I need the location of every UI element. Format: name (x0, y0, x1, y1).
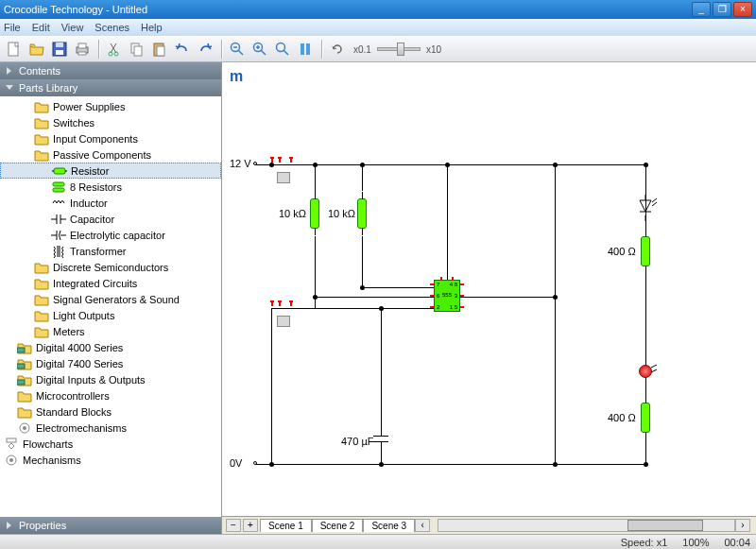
zoom-out-scene[interactable]: − (226, 519, 241, 532)
tree-item[interactable]: Meters (0, 323, 221, 339)
tree-item[interactable]: Digital 4000 Series (0, 339, 221, 355)
tree-item[interactable]: Digital Inputs & Outputs (0, 371, 221, 387)
svg-point-39 (9, 458, 13, 462)
parts-tree[interactable]: Power SuppliesSwitchesInput ComponentsPa… (0, 96, 221, 517)
tree-item[interactable]: Inductor (0, 195, 221, 211)
tree-item[interactable]: Electrolytic capacitor (0, 227, 221, 243)
wire (256, 464, 645, 465)
tree-item[interactable]: Electromechanisms (0, 420, 221, 436)
tree-item-label: Inductor (70, 197, 108, 209)
panel-properties-header[interactable]: Properties (0, 517, 221, 534)
menu-scenes[interactable]: Scenes (94, 22, 129, 33)
open-button[interactable] (26, 39, 47, 60)
node (644, 462, 648, 467)
tree-item-label: Power Supplies (53, 101, 125, 112)
menu-edit[interactable]: Edit (32, 22, 50, 33)
speed-slider-thumb[interactable] (397, 43, 404, 56)
tree-item-label: 8 Resistors (70, 181, 122, 193)
tree-item[interactable]: Flowcharts (0, 436, 221, 452)
wire (315, 297, 434, 298)
circuit-canvas[interactable]: m 12 V 0V 10 kΩ (222, 62, 756, 516)
resistor-r4[interactable] (641, 403, 650, 433)
panel-contents-header[interactable]: Contents (0, 62, 221, 79)
tree-item[interactable]: Integrated Circuits (0, 275, 221, 291)
tree-item[interactable]: Input Components (0, 130, 221, 146)
zoom-in-scene[interactable]: + (243, 519, 258, 532)
tree-item[interactable]: Digital 7400 Series (0, 355, 221, 371)
switch-1[interactable] (277, 172, 290, 183)
folder-icon (34, 277, 49, 290)
status-zoom: 100% (682, 537, 709, 548)
mech-icon (17, 421, 32, 435)
switch-1-pins (271, 157, 300, 163)
tree-item-label: Microcontrollers (36, 390, 110, 402)
tree-item[interactable]: Passive Components (0, 146, 221, 163)
zoom-tool-button[interactable] (272, 39, 293, 60)
resistor-r3[interactable] (641, 236, 650, 266)
folder-icon (34, 293, 49, 306)
led-arrows-icon (651, 365, 664, 378)
minimize-button[interactable]: _ (692, 2, 711, 17)
svg-rect-18 (54, 168, 65, 174)
inductor-icon (51, 197, 66, 210)
menu-help[interactable]: Help (141, 22, 163, 33)
scene-tab-1[interactable]: Scene 1 (260, 519, 312, 532)
menu-view[interactable]: View (61, 22, 84, 33)
node (445, 163, 450, 167)
app-logo-glyph: m (230, 68, 243, 85)
toolbar-separator (221, 40, 223, 59)
led-off[interactable] (638, 195, 661, 221)
ic-555[interactable]: 555 7 6 2 4 8 3 1 5 (434, 280, 460, 312)
menu-file[interactable]: File (4, 22, 21, 33)
save-button[interactable] (49, 39, 70, 60)
rotate-button[interactable] (327, 39, 348, 60)
wire (555, 164, 556, 464)
zoom-out-button[interactable] (227, 39, 248, 60)
scene-scroll-left[interactable]: ‹ (415, 519, 430, 532)
tree-item[interactable]: Signal Generators & Sound (0, 291, 221, 307)
close-button[interactable]: × (733, 2, 752, 17)
wire (362, 164, 363, 191)
pause-icon (298, 42, 313, 57)
tree-item-label: Electromechanisms (36, 422, 127, 434)
tree-item[interactable]: Switches (0, 114, 221, 130)
redo-button[interactable] (195, 39, 215, 60)
tree-item[interactable]: Power Supplies (0, 98, 221, 114)
tree-item[interactable]: Capacitor (0, 211, 221, 227)
scene-scroll-right[interactable]: › (735, 519, 750, 532)
folder-icon (34, 325, 49, 338)
r3-label: 400 Ω (608, 246, 636, 257)
undo-button[interactable] (172, 39, 193, 60)
tree-item[interactable]: Light Outputs (0, 307, 221, 323)
tree-item[interactable]: Resistor (0, 163, 221, 179)
node (269, 462, 274, 467)
print-button[interactable] (72, 39, 93, 60)
tree-item[interactable]: Discrete Semiconductors (0, 259, 221, 275)
tree-item[interactable]: Transformer (0, 243, 221, 259)
scene-tab-2[interactable]: Scene 2 (312, 519, 364, 532)
resistor-r2[interactable] (357, 198, 367, 229)
tree-item[interactable]: Mechanisms (0, 452, 221, 468)
led-on[interactable] (639, 365, 652, 378)
cut-button[interactable] (104, 39, 125, 60)
resistor-r1[interactable] (310, 198, 319, 229)
tree-item[interactable]: Standard Blocks (0, 403, 221, 420)
new-button[interactable] (4, 39, 25, 60)
folder-icon (17, 405, 32, 419)
maximize-button[interactable]: ❐ (713, 2, 731, 17)
tree-item[interactable]: Microcontrollers (0, 387, 221, 403)
wire (271, 308, 272, 464)
paste-button[interactable] (149, 39, 170, 60)
tree-item[interactable]: 8 Resistors (0, 179, 221, 195)
scene-tab-3[interactable]: Scene 3 (363, 519, 415, 532)
speed-slider[interactable] (377, 47, 421, 51)
pause-button[interactable] (295, 39, 316, 60)
folder-icon (34, 100, 49, 113)
zoom-in-button[interactable] (249, 39, 270, 60)
panel-parts-header[interactable]: Parts Library (0, 79, 221, 96)
copy-button[interactable] (127, 39, 147, 60)
switch-2[interactable] (277, 316, 290, 327)
scene-hscroll-thumb[interactable] (627, 520, 703, 531)
scene-hscroll[interactable] (438, 519, 735, 532)
node (360, 285, 365, 290)
